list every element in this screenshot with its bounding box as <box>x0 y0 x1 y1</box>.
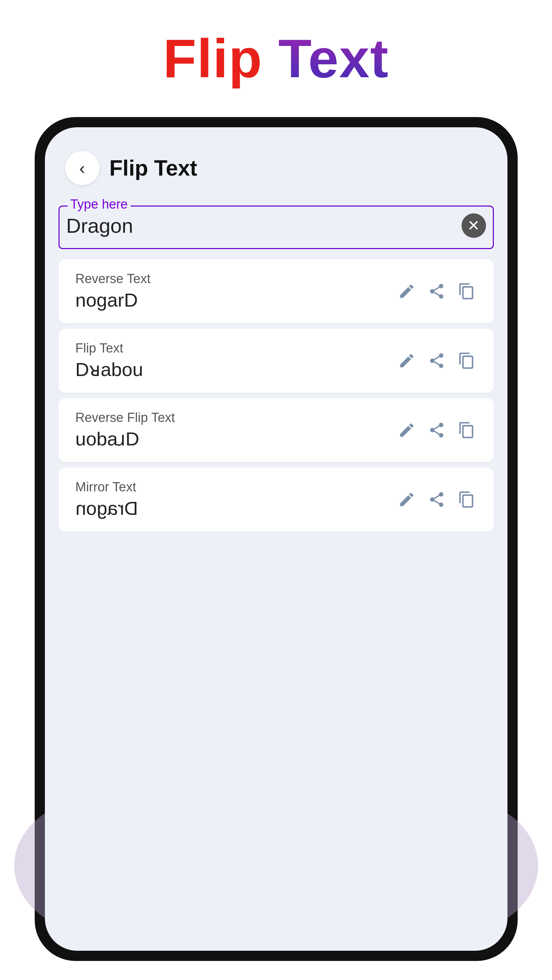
mirror-text-actions <box>397 489 477 510</box>
reverse-text-copy-button[interactable] <box>457 281 477 301</box>
flip-text-share-button[interactable] <box>427 350 447 371</box>
reverse-text-content: Reverse Text nogarD <box>76 272 151 311</box>
mirror-text-edit-button[interactable] <box>397 489 417 510</box>
reverse-flip-text-value: uobaɹD <box>76 428 175 450</box>
reverse-flip-text-copy-button[interactable] <box>457 420 477 440</box>
reverse-flip-text-label: Reverse Flip Text <box>76 410 175 425</box>
back-chevron-icon: ‹ <box>79 159 85 177</box>
app-title-flip: Flip <box>163 28 263 89</box>
flip-text-actions <box>397 350 477 371</box>
reverse-text-label: Reverse Text <box>76 272 151 286</box>
flip-text-content: Flip Text Dᴚabou <box>76 341 143 380</box>
mirror-text-copy-button[interactable] <box>457 489 477 510</box>
phone-screen: ‹ Flip Text Type here Dragon ✕ Reverse T… <box>45 127 508 951</box>
reverse-text-value: nogarD <box>76 289 151 311</box>
reverse-text-card: Reverse Text nogarD <box>59 259 494 323</box>
reverse-flip-text-card: Reverse Flip Text uobaɹD <box>59 398 494 462</box>
page-title: Flip Text <box>109 156 197 181</box>
mirror-text-card: Mirror Text Dragon <box>59 468 494 531</box>
mirror-text-share-button[interactable] <box>427 489 447 510</box>
app-title: Flip Text <box>163 27 389 90</box>
mirror-text-value: Dragon <box>76 497 138 519</box>
header: ‹ Flip Text <box>45 127 508 195</box>
phone-frame: ‹ Flip Text Type here Dragon ✕ Reverse T… <box>35 117 518 961</box>
flip-text-value: Dᴚabou <box>76 358 143 380</box>
results-container: Reverse Text nogarD <box>59 259 494 545</box>
reverse-text-edit-button[interactable] <box>397 281 417 301</box>
reverse-text-actions <box>397 281 477 301</box>
flip-text-edit-button[interactable] <box>397 350 417 371</box>
reverse-text-share-button[interactable] <box>427 281 447 301</box>
back-button[interactable]: ‹ <box>65 151 99 185</box>
mirror-text-label: Mirror Text <box>76 480 138 495</box>
reverse-flip-text-edit-button[interactable] <box>397 420 417 440</box>
flip-text-label: Flip Text <box>76 341 143 356</box>
input-value: Dragon <box>66 214 133 237</box>
mirror-text-content: Mirror Text Dragon <box>76 480 138 519</box>
clear-icon: ✕ <box>467 218 480 233</box>
reverse-flip-text-share-button[interactable] <box>427 420 447 440</box>
input-label: Type here <box>68 197 131 212</box>
reverse-flip-text-actions <box>397 420 477 440</box>
flip-text-copy-button[interactable] <box>457 350 477 371</box>
clear-button[interactable]: ✕ <box>462 213 486 238</box>
flip-text-card: Flip Text Dᴚabou <box>59 329 494 393</box>
text-input-container[interactable]: Type here Dragon ✕ <box>59 205 494 249</box>
reverse-flip-text-content: Reverse Flip Text uobaɹD <box>76 410 175 450</box>
app-title-text: Text <box>263 28 389 89</box>
